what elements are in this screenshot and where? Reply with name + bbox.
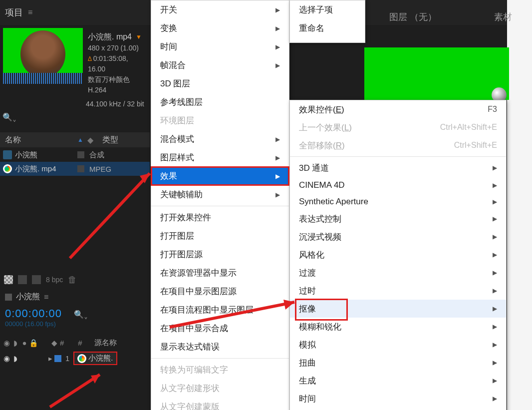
menu-item[interactable]: 表达式控制▶ <box>290 210 506 228</box>
menu-item[interactable]: 打开效果控件 <box>151 208 289 227</box>
list-row[interactable]: 小浣熊 合成 <box>0 148 150 162</box>
menu-item[interactable]: 效果控件(E)F3 <box>290 100 506 118</box>
menu-item[interactable]: 打开图层源 <box>151 245 289 264</box>
comp-title[interactable]: 小浣熊 <box>16 292 40 302</box>
menu-item[interactable]: 时间▶ <box>151 37 289 56</box>
svg-line-0 <box>70 173 150 258</box>
menu-item[interactable]: 扭曲▶ <box>290 354 506 372</box>
source-name-col[interactable]: 源名称 <box>94 338 117 348</box>
right-sidebar <box>507 0 532 410</box>
eye-icon[interactable]: ◉ <box>3 355 10 362</box>
file-duration: 0:01:35:08, 16.00 <box>88 54 128 73</box>
tag-icon: ◆ <box>51 340 58 347</box>
audio-icon[interactable]: ◗ <box>12 340 19 347</box>
chevron-right-icon: ▶ <box>493 287 497 294</box>
menu-item[interactable]: 实用工具▶ <box>290 408 506 410</box>
row-tag[interactable] <box>77 165 84 172</box>
menu-item[interactable]: 重命名 <box>290 19 365 37</box>
menu-item[interactable]: 图层样式▶ <box>151 148 289 167</box>
layer-index: 1 <box>65 354 69 363</box>
new-folder-icon[interactable] <box>32 275 41 284</box>
file-name: 小浣熊. mp4 <box>88 31 132 43</box>
chevron-right-icon: ▶ <box>275 25 280 32</box>
shortcut-label: Ctrl+Alt+Shift+E <box>440 123 497 132</box>
menu-item[interactable]: 生成▶ <box>290 372 506 390</box>
menu-item[interactable]: 选择子项 <box>290 0 365 19</box>
menu-item[interactable]: 抠像▶ <box>290 300 506 318</box>
svg-marker-5 <box>91 375 100 384</box>
menu-item[interactable]: 帧混合▶ <box>151 56 289 74</box>
menu-item[interactable]: 过渡▶ <box>290 264 506 282</box>
menu-item[interactable]: 在资源管理器中显示 <box>151 264 289 282</box>
menu-item[interactable]: 模拟▶ <box>290 336 506 354</box>
trash-icon[interactable]: 🗑 <box>68 275 77 285</box>
sort-indicator-icon: ▲ <box>77 136 87 143</box>
menu-item[interactable]: 混合模式▶ <box>151 130 289 148</box>
menu-item[interactable]: 显示表达式错误 <box>151 338 289 356</box>
panel-menu-icon[interactable]: ≡ <box>44 293 48 302</box>
chevron-right-icon: ▶ <box>493 395 497 402</box>
lock-icon[interactable]: 🔒 <box>30 340 37 347</box>
file-thumbnail[interactable] <box>3 28 83 84</box>
timecode[interactable]: 0:00:00:00 <box>5 307 62 320</box>
menu-item[interactable]: 时间▶ <box>290 390 506 408</box>
menu-item[interactable]: 变换▶ <box>151 19 289 37</box>
col-name[interactable]: 名称 <box>0 135 77 145</box>
row-tag[interactable] <box>77 151 84 158</box>
menu-item[interactable]: 开关▶ <box>151 0 289 19</box>
menu-item[interactable]: 在项目流程图中显示图层 <box>151 301 289 319</box>
menu-item[interactable]: CINEMA 4D▶ <box>290 177 506 193</box>
menu-item[interactable]: 过时▶ <box>290 282 506 300</box>
chevron-right-icon: ▶ <box>493 233 497 240</box>
menu-item[interactable]: 效果▶ <box>151 167 289 185</box>
menu-item[interactable]: 在项目中显示图层源 <box>151 282 289 301</box>
project-search[interactable]: 🔍⁠ˬ <box>2 112 16 122</box>
row-name: 小浣熊 <box>15 150 77 160</box>
menu-item[interactable]: 关键帧辅助▶ <box>151 185 289 204</box>
menu-item[interactable]: 参考线图层 <box>151 93 289 111</box>
chevron-right-icon: ▶ <box>493 215 497 222</box>
annotation-arrow <box>65 163 165 263</box>
menu-item[interactable]: Synthetic Aperture▶ <box>290 193 506 210</box>
layer-color[interactable] <box>54 355 61 362</box>
panel-menu-icon[interactable]: ≡ <box>28 8 32 17</box>
chevron-right-icon: ▶ <box>275 173 280 180</box>
chevron-right-icon: ▶ <box>275 62 280 69</box>
menu-item[interactable]: 打开图层 <box>151 227 289 245</box>
bit-depth[interactable]: 8 bpc <box>46 276 63 284</box>
solo-icon[interactable]: ● <box>21 340 28 347</box>
project-toolbar: 8 bpc 🗑 <box>0 272 150 287</box>
layer-context-menu: 开关▶变换▶时间▶帧混合▶3D 图层参考线图层环境图层混合模式▶图层样式▶效果▶… <box>151 0 289 410</box>
menu-item: 上一个效果(L)Ctrl+Alt+Shift+E <box>290 118 506 136</box>
transparency-icon[interactable] <box>4 275 13 284</box>
project-panel: 小浣熊. mp4 ▼ 480 x 270 (1.00) Δ 0:01:35:08… <box>0 25 150 101</box>
file-codec: H.264 <box>88 85 142 95</box>
menu-item: 从文字创建蒙版 <box>151 398 289 410</box>
audio-icon[interactable]: ◗ <box>12 355 19 362</box>
effects-context-menu: 效果控件(E)F3上一个效果(L)Ctrl+Alt+Shift+E全部移除(R)… <box>289 100 507 410</box>
eye-icon[interactable]: ◉ <box>3 340 10 347</box>
menu-item[interactable]: 在项目中显示合成 <box>151 319 289 338</box>
list-row[interactable]: 小浣熊. mp4 MPEG <box>0 162 150 176</box>
file-audio: 44.100 kHz / 32 bit <box>86 100 144 108</box>
caret-down-icon[interactable]: ▼ <box>136 32 142 41</box>
comp-color-box <box>5 294 12 301</box>
search-icon[interactable]: 🔍⁠ˬ <box>74 310 88 319</box>
expand-icon[interactable]: ▸ <box>48 354 52 363</box>
composition-preview[interactable] <box>364 47 509 100</box>
file-info: 小浣熊. mp4 ▼ 480 x 270 (1.00) Δ 0:01:35:08… <box>83 28 147 98</box>
file-colors: 数百万种颜色 <box>88 74 142 85</box>
menu-item[interactable]: 模糊和锐化▶ <box>290 318 506 336</box>
menu-item: 环境图层 <box>151 111 289 130</box>
chevron-right-icon: ▶ <box>493 269 497 276</box>
chevron-right-icon: ▶ <box>493 182 497 189</box>
menu-item[interactable]: 风格化▶ <box>290 246 506 264</box>
menu-item[interactable]: 3D 图层 <box>151 74 289 93</box>
new-comp-icon[interactable] <box>18 275 27 284</box>
menu-item[interactable]: 3D 通道▶ <box>290 159 506 177</box>
timeline-row[interactable]: ◉ ◗ ▸ 1 小浣熊. <box>0 350 150 367</box>
row-type: MPEG <box>89 165 111 173</box>
col-type[interactable]: 类型 <box>100 135 118 145</box>
layer-item[interactable]: 小浣熊. <box>73 352 117 365</box>
menu-item[interactable]: 沉浸式视频▶ <box>290 228 506 246</box>
